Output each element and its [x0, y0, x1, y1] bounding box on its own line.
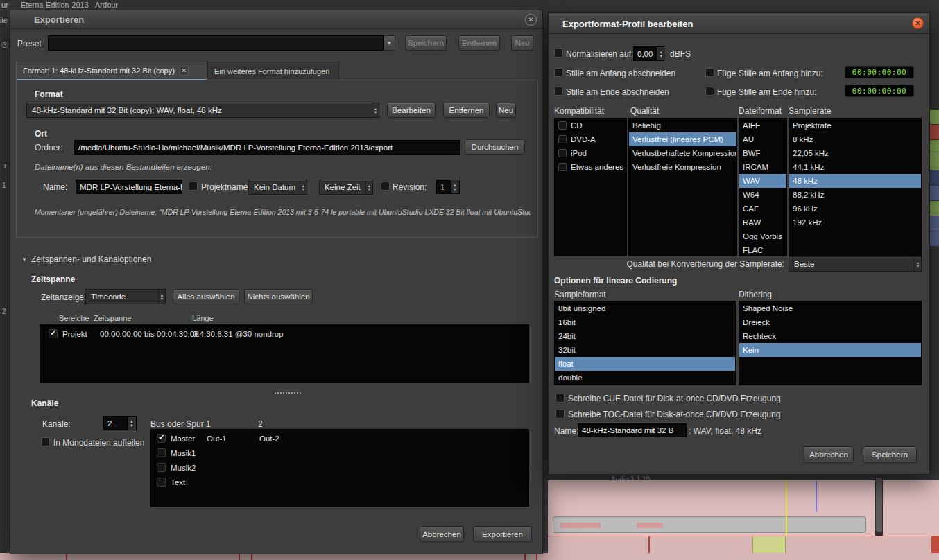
- dithering-item[interactable]: Dreieck: [739, 315, 921, 329]
- options-expander[interactable]: ▼ Zeitspannen- und Kanaloptionen: [21, 254, 151, 264]
- revision-checkbox[interactable]: [381, 182, 390, 191]
- channel-row-text[interactable]: Text: [151, 476, 528, 491]
- sampleformat-item[interactable]: 32bit: [555, 343, 735, 357]
- channel-checkbox[interactable]: [157, 448, 166, 457]
- samplerate-item[interactable]: 44,1 kHz: [789, 160, 921, 174]
- preset-new-button[interactable]: Neu: [511, 35, 533, 51]
- tab-close-icon[interactable]: ✕: [180, 67, 189, 76]
- channel-checkbox[interactable]: [157, 434, 166, 443]
- spinner-arrows-icon[interactable]: ▴▾: [656, 47, 665, 60]
- format-dialog-titlebar[interactable]: Exportformat-Profil bearbeiten ✕: [549, 13, 929, 34]
- export-button[interactable]: Exportieren: [473, 526, 532, 542]
- name-input[interactable]: MDR LP-Vorstellung Eterna-Edi: [76, 180, 182, 194]
- fileformat-item[interactable]: AU: [739, 132, 786, 146]
- fileformat-item[interactable]: RAW: [739, 216, 786, 229]
- samplerate-item[interactable]: 96 kHz: [789, 202, 921, 216]
- sampleformat-item[interactable]: 8bit unsigned: [555, 301, 735, 315]
- dithering-item[interactable]: Rechteck: [739, 329, 921, 343]
- bus-track-header: Bus oder Spur: [150, 419, 204, 429]
- fileformat-item-selected[interactable]: WAV: [739, 174, 786, 188]
- src-quality-select[interactable]: Beste ▴▾: [789, 256, 922, 272]
- fileformat-item[interactable]: AIFF: [739, 119, 786, 132]
- session-name-checkbox[interactable]: [189, 182, 198, 191]
- channel-checkbox[interactable]: [157, 463, 166, 472]
- sampleformat-item-selected[interactable]: float: [555, 357, 735, 371]
- toc-checkbox[interactable]: [555, 410, 565, 419]
- spinner-arrows-icon[interactable]: ▴▾: [127, 417, 136, 430]
- select-none-button[interactable]: Nichts auswählen: [244, 289, 313, 304]
- silence-end-clock[interactable]: 00:00:00:00: [845, 85, 914, 97]
- samplerate-item[interactable]: Projektrate: [789, 119, 921, 132]
- export-dialog-titlebar[interactable]: Exportieren ✕: [10, 10, 542, 29]
- fileformat-item[interactable]: W64: [739, 188, 786, 202]
- format-select[interactable]: 48-kHz-Standard mit 32 Bit (copy): WAV, …: [26, 103, 379, 118]
- samplerate-item[interactable]: 22,05 kHz: [789, 146, 921, 160]
- samplerate-item[interactable]: 8 kHz: [789, 132, 921, 146]
- time-select[interactable]: Keine Zeit ▴▾: [319, 180, 373, 195]
- trim-start-checkbox[interactable]: [554, 68, 563, 77]
- fileformat-item[interactable]: FLAC: [739, 243, 786, 256]
- quality-item-selected[interactable]: Verlustfrei (lineares PCM): [629, 132, 736, 146]
- normalize-checkbox[interactable]: [554, 49, 563, 58]
- trim-end-checkbox[interactable]: [554, 87, 563, 96]
- compat-item-cd[interactable]: CD: [555, 119, 626, 132]
- spinner-arrows-icon[interactable]: ▴▾: [450, 180, 459, 193]
- compat-item-ipod[interactable]: iPod: [555, 146, 626, 160]
- format-remove-button[interactable]: Entfernen: [443, 103, 490, 118]
- tab-add-format[interactable]: Ein weiteres Format hinzuzufügen: [207, 62, 339, 80]
- sampleformat-item[interactable]: double: [555, 371, 735, 385]
- browse-button[interactable]: Durchsuchen: [465, 139, 525, 155]
- dithering-item[interactable]: Shaped Noise: [739, 301, 921, 315]
- preset-save-button[interactable]: Speichern: [405, 35, 447, 51]
- channel-row-musik1[interactable]: Musik1: [151, 447, 528, 462]
- channel-row-master[interactable]: Master Out-1 Out-2: [151, 432, 528, 447]
- fileformat-item[interactable]: CAF: [739, 202, 786, 216]
- channel-checkbox[interactable]: [157, 478, 166, 487]
- channel-row-musik2[interactable]: Musik2: [151, 462, 528, 476]
- format-edit-button[interactable]: Bearbeiten: [387, 103, 436, 118]
- close-icon[interactable]: ✕: [525, 14, 537, 26]
- format-new-button[interactable]: Neu: [496, 103, 516, 118]
- split-mono-checkbox[interactable]: [41, 437, 50, 446]
- samplerate-item[interactable]: 88,2 kHz: [789, 188, 921, 202]
- fileformat-item[interactable]: Ogg Vorbis: [739, 229, 786, 243]
- compat-item-dvda[interactable]: DVD-A: [555, 132, 626, 146]
- quality-item[interactable]: Beliebig: [629, 119, 736, 132]
- compat-item-other[interactable]: Etwas anderes: [555, 160, 626, 174]
- timespan-checkbox[interactable]: [49, 329, 58, 338]
- summary-pane[interactable]: [553, 516, 866, 533]
- cancel-button[interactable]: Abbrechen: [804, 446, 854, 463]
- select-all-button[interactable]: Alles auswählen: [173, 289, 239, 304]
- close-icon[interactable]: ✕: [912, 17, 924, 29]
- timespan-row[interactable]: Projekt 00:00:00:00 bis 00:04:30:06 0:4:…: [40, 328, 528, 342]
- preset-remove-button[interactable]: Entfernen: [458, 35, 500, 51]
- normalize-spinner[interactable]: 0,00 ▴▾: [633, 46, 664, 61]
- sampleformat-item[interactable]: 24bit: [555, 329, 735, 343]
- cancel-button[interactable]: Abbrechen: [420, 526, 464, 542]
- cue-checkbox[interactable]: [555, 394, 565, 403]
- add-silence-end-checkbox[interactable]: [705, 87, 714, 96]
- pane-divider-handle[interactable]: [275, 392, 301, 394]
- sampleformat-item[interactable]: 16bit: [555, 315, 735, 329]
- date-select[interactable]: Kein Datum ▴▾: [248, 180, 307, 195]
- samplerate-item-selected[interactable]: 48 kHz: [789, 174, 921, 188]
- fileformat-item[interactable]: IRCAM: [739, 160, 786, 174]
- save-button[interactable]: Speichern: [863, 446, 917, 463]
- preset-input[interactable]: [48, 35, 384, 51]
- silence-start-clock[interactable]: 00:00:00:00: [845, 66, 914, 78]
- revision-spinner[interactable]: 1 ▴▾: [436, 180, 460, 194]
- preset-dropdown-button[interactable]: ▾: [384, 35, 395, 51]
- add-silence-start-checkbox[interactable]: [705, 68, 714, 77]
- quality-item[interactable]: Verlustfreie Kompression: [629, 160, 736, 174]
- quality-item[interactable]: Verlustbehaftete Kompression: [629, 146, 736, 160]
- folder-input[interactable]: /media/Ubuntu-Studio-Ho/michael/Musik/MD…: [74, 140, 460, 155]
- time-display-select[interactable]: Timecode ▴▾: [85, 289, 166, 304]
- tab-format-1[interactable]: Format: 1: 48-kHz-Standard mit 32 Bit (c…: [16, 62, 207, 80]
- channels-count-spinner[interactable]: 2 ▴▾: [103, 416, 137, 430]
- fileformat-item[interactable]: BWF: [739, 146, 786, 160]
- dithering-item-selected[interactable]: Kein: [739, 343, 921, 357]
- export-dialog: Exportieren ✕ Preset ▾ Speichern Entfern…: [10, 10, 543, 554]
- samplerate-item[interactable]: 192 kHz: [789, 216, 921, 229]
- scrollbar-thumb[interactable]: [876, 478, 882, 532]
- profile-name-input[interactable]: 48-kHz-Standard mit 32 B: [578, 423, 687, 437]
